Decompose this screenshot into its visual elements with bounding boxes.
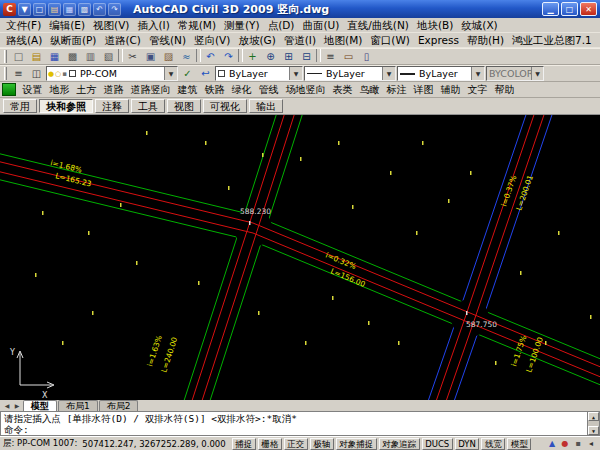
drawing-canvas[interactable]: i=1.68%L=165.23i=0.32%L=156.00i=0.37%L=2… [0, 115, 600, 400]
plot-preview-icon[interactable]: ▥ [82, 49, 99, 64]
hongye-menu-item[interactable]: 管线 [255, 83, 282, 97]
menu-item[interactable]: 纹城(X) [457, 18, 501, 33]
linetype-combo[interactable]: ByLayer ▼ [304, 66, 396, 81]
command-scrollbar[interactable]: ▲ ▼ [587, 412, 599, 435]
status-toggle-button[interactable]: 极轴 [310, 438, 334, 450]
road-b-centerlines[interactable] [189, 115, 298, 400]
make-object-layer-current-icon[interactable]: ✓ [179, 66, 196, 81]
hongye-menu-item[interactable]: 道路竖向 [127, 83, 174, 97]
status-toggle-button[interactable]: 模型 [507, 438, 531, 450]
status-toggle-button[interactable]: DUCS [422, 438, 453, 450]
length-label[interactable]: L=156.00 [329, 267, 367, 289]
plot-icon[interactable]: ▩ [64, 49, 81, 64]
menu-item[interactable]: 地块(B) [413, 18, 457, 33]
hongye-menu-item[interactable]: 土方 [73, 83, 100, 97]
copy-icon[interactable]: ▣ [142, 49, 159, 64]
hongye-menu-item[interactable]: 场地竖向 [282, 83, 329, 97]
command-window[interactable]: 请指定插入点 [单排水符(D) / 双排水符(S)] <双排水符>:*取消* 命… [0, 411, 600, 436]
plot-icon[interactable]: ▩ [78, 3, 91, 16]
menu-item[interactable]: 直线/曲线(N) [343, 18, 413, 33]
hongye-menu-item[interactable]: 详图 [410, 83, 437, 97]
slope-label[interactable]: i=1.68% [50, 158, 83, 174]
status-toggle-button[interactable]: DYN [455, 438, 480, 450]
hongye-menu-item[interactable]: 鸟瞰 [356, 83, 383, 97]
communication-center-icon[interactable]: ● [559, 438, 571, 450]
layout-tab[interactable]: 布局1 [58, 400, 98, 411]
layout-tab[interactable]: 布局2 [99, 400, 139, 411]
open-icon[interactable]: ▤ [28, 49, 45, 64]
redo-icon[interactable]: ↷ [220, 49, 237, 64]
ribbon-tab[interactable]: 视图 [167, 99, 201, 113]
menu-item[interactable]: 鸿业工业总图7.1 [508, 33, 596, 48]
menu-item[interactable]: 地图(M) [320, 33, 366, 48]
layer-properties-icon[interactable]: ≡ [10, 66, 27, 81]
menu-item[interactable]: 常规(M) [174, 18, 220, 33]
layer-previous-icon[interactable]: ↩ [197, 66, 214, 81]
tab-nav-left-icon[interactable]: ◀ [2, 401, 12, 411]
combo-arrow-icon[interactable]: ▼ [382, 67, 395, 80]
layer-combo[interactable]: ●○▪ PP-COM ▼ [46, 66, 178, 81]
paste-icon[interactable]: ▨ [160, 49, 177, 64]
command-input-area[interactable]: 请指定插入点 [单排水符(D) / 双排水符(S)] <双排水符>:*取消* 命… [1, 412, 587, 435]
toolbar-grip[interactable] [4, 67, 7, 80]
designcenter-icon[interactable]: ▭ [340, 49, 357, 64]
coordinates-readout[interactable]: 507412.247, 3267252.289, 0.000 [82, 439, 225, 449]
match-properties-icon[interactable]: ≈ [178, 49, 195, 64]
menu-item[interactable]: 测量(Y) [220, 18, 264, 33]
ribbon-tab[interactable]: 注释 [95, 99, 129, 113]
menu-item[interactable]: 纵断面(P) [46, 33, 100, 48]
hongye-menu-item[interactable]: 绿化 [228, 83, 255, 97]
menu-item[interactable]: 道路(C) [100, 33, 145, 48]
undo-icon[interactable]: ↶ [202, 49, 219, 64]
ribbon-tab[interactable]: 输出 [249, 99, 283, 113]
menu-item[interactable]: 视图(V) [89, 18, 133, 33]
tool-palettes-icon[interactable]: ▯ [358, 49, 375, 64]
hongye-menu-item[interactable]: 标注 [383, 83, 410, 97]
menu-item[interactable]: 管道(I) [280, 33, 320, 48]
minimize-button[interactable]: ▁ [542, 2, 559, 16]
status-toggle-button[interactable]: 栅格 [258, 438, 282, 450]
spot-elevation[interactable]: 587.750 [466, 320, 497, 329]
save-icon[interactable]: ▦ [46, 49, 63, 64]
annotation-scale-icon[interactable]: ▲ [546, 438, 558, 450]
hongye-menu-item[interactable]: 帮助 [491, 83, 518, 97]
status-toggle-button[interactable]: 对象捕捉 [336, 438, 377, 450]
ribbon-tab[interactable]: 块和参照 [39, 99, 93, 113]
command-prompt[interactable]: 命令: [4, 424, 584, 435]
slope-label[interactable]: i=1.75% [509, 334, 528, 367]
save-icon[interactable]: ▦ [63, 3, 76, 16]
combo-arrow-icon[interactable]: ▼ [471, 67, 484, 80]
menu-item[interactable]: 编辑(E) [45, 18, 89, 33]
qnew-icon[interactable]: □ [33, 3, 46, 16]
slope-label[interactable]: i=0.32% [324, 251, 357, 272]
menu-browser-icon[interactable]: ▼ [18, 3, 31, 16]
combo-arrow-icon[interactable]: ▼ [289, 67, 302, 80]
redo-icon[interactable]: ↷ [108, 3, 121, 16]
ribbon-tab[interactable]: 常用 [3, 99, 37, 113]
close-button[interactable]: ✕ [580, 2, 597, 16]
spot-elevation[interactable]: 588.230 [240, 207, 271, 216]
layer-states-icon[interactable]: ◫ [28, 66, 45, 81]
hongye-menu-item[interactable]: 铁路 [201, 83, 228, 97]
menu-item[interactable]: 管线(N) [145, 33, 190, 48]
status-toggle-button[interactable]: 对象追踪 [379, 438, 420, 450]
toolbar-lock-icon[interactable]: ▪ [572, 438, 584, 450]
hongye-menu-item[interactable]: 文字 [464, 83, 491, 97]
hongye-menu-item[interactable]: 设置 [19, 83, 46, 97]
qnew-icon[interactable]: □ [10, 49, 27, 64]
status-toggle-button[interactable]: 正交 [284, 438, 308, 450]
menu-item[interactable]: 文件(F) [2, 18, 45, 33]
layout-tab[interactable]: 模型 [23, 400, 57, 411]
maximize-button[interactable]: □ [561, 2, 578, 16]
properties-icon[interactable]: ≡ [322, 49, 339, 64]
zoom-previous-icon[interactable]: ⊟ [298, 49, 315, 64]
lineweight-combo[interactable]: ByLayer ▼ [397, 66, 485, 81]
menu-item[interactable]: 曲面(U) [298, 18, 343, 33]
tab-nav-right-icon[interactable]: ▶ [12, 401, 22, 411]
status-toggle-button[interactable]: 线宽 [481, 438, 505, 450]
hongye-menu-item[interactable]: 表类 [329, 83, 356, 97]
zoom-window-icon[interactable]: ⊞ [280, 49, 297, 64]
menu-item[interactable]: 窗口(W) [366, 33, 414, 48]
publish-icon[interactable]: ▧ [100, 49, 117, 64]
status-tray-arrow-icon[interactable]: ◂ [585, 438, 597, 450]
